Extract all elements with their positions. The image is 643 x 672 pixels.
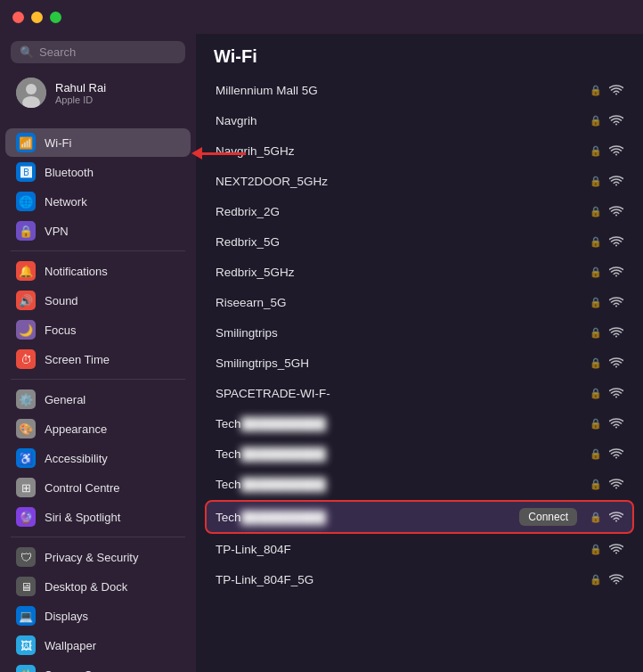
network-icons: 🔒: [590, 115, 623, 127]
network-name: Smilingtrips: [216, 326, 590, 340]
network-item[interactable]: Tech██████████ Connect 🔒: [205, 500, 634, 534]
sidebar-icon-sound: 🔊: [16, 291, 36, 310]
sidebar-icon-focus: 🌙: [16, 320, 36, 340]
sidebar-item-screentime[interactable]: ⏱ Screen Time: [5, 345, 191, 373]
close-button[interactable]: [12, 12, 24, 23]
wifi-icon: [609, 327, 623, 339]
network-icons: 🔒: [590, 236, 623, 248]
sidebar-item-controlcentre[interactable]: ⊞ Control Centre: [5, 473, 191, 502]
network-icons: 🔒: [590, 266, 623, 278]
sidebar-divider-4: [11, 250, 185, 251]
sidebar-item-displays[interactable]: 💻 Displays: [5, 602, 191, 630]
sidebar-icon-network: 🌐: [16, 192, 36, 211]
network-item[interactable]: Tech██████████ 🔒: [205, 470, 634, 499]
network-name: SPACETRADE-WI-F-: [216, 387, 590, 400]
sidebar-item-sound[interactable]: 🔊 Sound: [5, 286, 191, 315]
search-input[interactable]: [39, 45, 176, 59]
sidebar-item-vpn[interactable]: 🔒 VPN: [5, 217, 191, 245]
sidebar: 🔍 Rahul Rai Apple ID 📶 Wi-Fi 🅱 Bluetoo: [0, 34, 196, 672]
network-item[interactable]: Navgrih 🔒: [205, 106, 634, 135]
sidebar-icon-privacy: 🛡: [16, 547, 36, 567]
sidebar-icon-wifi: 📶: [16, 133, 36, 152]
network-item[interactable]: Riseearn_5G 🔒: [205, 288, 634, 317]
sidebar-item-privacy[interactable]: 🛡 Privacy & Security: [5, 543, 191, 571]
network-item[interactable]: Navgrih_5GHz 🔒: [205, 136, 634, 166]
wifi-icon: [609, 145, 623, 157]
network-icons: 🔒: [590, 479, 623, 490]
sidebar-item-network[interactable]: 🌐 Network: [5, 187, 191, 216]
sidebar-label-bluetooth: Bluetooth: [45, 166, 94, 179]
profile-item[interactable]: Rahul Rai Apple ID: [5, 72, 191, 113]
network-icons: 🔒: [590, 544, 623, 555]
network-icons: 🔒: [590, 574, 623, 586]
wifi-icon: [609, 479, 623, 490]
sidebar-icon-vpn: 🔒: [16, 221, 36, 241]
maximize-button[interactable]: [50, 12, 61, 23]
sidebar-icon-controlcentre: ⊞: [16, 478, 36, 497]
network-icons: 🔒: [590, 176, 623, 187]
wifi-icon: [609, 266, 623, 278]
network-item[interactable]: NEXT2DOOR_5GHz 🔒: [205, 167, 634, 196]
sidebar-item-screensaver[interactable]: ✨ Screen Saver: [5, 660, 191, 672]
wifi-icon: [609, 418, 623, 430]
network-name: TP-Link_804F_5G: [216, 573, 590, 586]
sidebar-label-appearance: Appearance: [45, 422, 107, 436]
network-item[interactable]: Smilingtrips 🔒: [205, 318, 634, 348]
titlebar: [0, 0, 643, 34]
network-item[interactable]: Smilingtrips_5GH 🔒: [205, 348, 634, 378]
sidebar-items-container: 📶 Wi-Fi 🅱 Bluetooth 🌐 Network 🔒 VPN 🔔 No…: [0, 127, 196, 672]
network-item[interactable]: TP-Link_804F 🔒: [205, 535, 634, 564]
network-item[interactable]: Millennium Mall 5G 🔒: [205, 76, 634, 105]
sidebar-label-wallpaper: Wallpaper: [45, 639, 96, 652]
network-name: Tech██████████: [216, 417, 590, 430]
sidebar-item-notifications[interactable]: 🔔 Notifications: [5, 257, 191, 285]
sidebar-icon-accessibility: ♿: [16, 448, 36, 468]
network-item[interactable]: Tech██████████ 🔒: [205, 439, 634, 469]
network-name: Redbrix_5GHz: [216, 266, 590, 279]
network-list: Millennium Mall 5G 🔒 Navgrih 🔒 Navgrih_5…: [196, 76, 643, 672]
connect-button[interactable]: Connect: [519, 508, 577, 526]
search-box[interactable]: 🔍: [11, 41, 185, 63]
minimize-button[interactable]: [31, 12, 43, 23]
network-item[interactable]: Redbrix_2G 🔒: [205, 197, 634, 226]
lock-icon: 🔒: [590, 236, 602, 248]
wifi-icon: [609, 388, 623, 399]
network-icons: 🔒: [590, 357, 623, 369]
sidebar-icon-appearance: 🎨: [16, 419, 36, 438]
sidebar-item-desktop[interactable]: 🖥 Desktop & Dock: [5, 572, 191, 601]
sidebar-item-siri[interactable]: 🔮 Siri & Spotlight: [5, 503, 191, 531]
lock-icon: 🔒: [590, 145, 602, 157]
sidebar-label-privacy: Privacy & Security: [45, 551, 138, 564]
sidebar-label-accessibility: Accessibility: [45, 452, 108, 465]
network-item[interactable]: Redbrix_5GHz 🔒: [205, 258, 634, 287]
network-item[interactable]: Tech██████████ 🔒: [205, 409, 634, 438]
sidebar-item-general[interactable]: ⚙️ General: [5, 385, 191, 414]
network-name: Redbrix_2G: [216, 205, 590, 218]
network-item[interactable]: TP-Link_804F_5G 🔒: [205, 565, 634, 594]
lock-icon: 🔒: [590, 544, 602, 555]
sidebar-item-focus[interactable]: 🌙 Focus: [5, 316, 191, 344]
sidebar-item-bluetooth[interactable]: 🅱 Bluetooth: [5, 158, 191, 186]
lock-icon: 🔒: [590, 266, 602, 278]
sidebar-label-focus: Focus: [45, 324, 76, 337]
network-name: Millennium Mall 5G: [216, 84, 590, 97]
lock-icon: 🔒: [590, 206, 602, 217]
network-item[interactable]: Redbrix_5G 🔒: [205, 227, 634, 257]
network-name: Redbrix_5G: [216, 235, 590, 249]
sidebar-icon-desktop: 🖥: [16, 577, 36, 596]
wifi-icon: [609, 176, 623, 187]
network-item[interactable]: SPACETRADE-WI-F- 🔒: [205, 379, 634, 408]
wifi-icon: [609, 574, 623, 586]
sidebar-label-notifications: Notifications: [45, 265, 108, 278]
network-icons: 🔒: [590, 85, 623, 96]
sidebar-label-general: General: [45, 393, 85, 406]
sidebar-item-wallpaper[interactable]: 🖼 Wallpaper: [5, 631, 191, 660]
sidebar-item-accessibility[interactable]: ♿ Accessibility: [5, 444, 191, 472]
network-icons: 🔒: [590, 327, 623, 339]
svg-point-1: [26, 84, 37, 94]
network-name: Navgrih: [216, 114, 590, 127]
network-icons: 🔒: [590, 448, 623, 460]
sidebar-item-wifi[interactable]: 📶 Wi-Fi: [5, 128, 191, 157]
sidebar-item-appearance[interactable]: 🎨 Appearance: [5, 414, 191, 443]
network-icons: 🔒: [590, 418, 623, 430]
